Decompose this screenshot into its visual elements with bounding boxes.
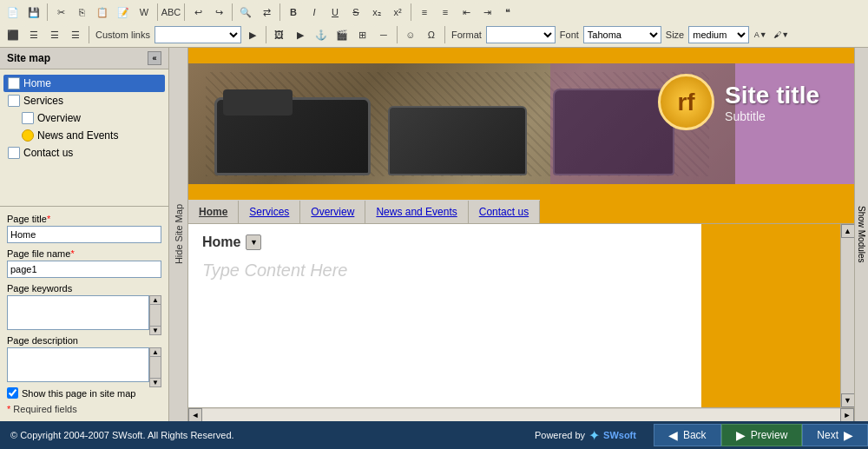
desc-scroll-up[interactable]: ▲ [150, 348, 161, 357]
desc-scroll-down[interactable]: ▼ [150, 378, 161, 386]
description-scrollbar: ▲ ▼ [149, 347, 161, 387]
search-btn[interactable]: 🔍 [236, 3, 255, 22]
back-button[interactable]: ◀ Back [654, 424, 721, 446]
right-scrollbar: ▲ ▼ [840, 224, 854, 407]
paste-btn[interactable]: 📋 [93, 3, 112, 22]
header-gold-top [188, 48, 854, 63]
content-dropdown-btn[interactable]: ▼ [246, 234, 261, 250]
show-modules-label: Show Modules [857, 206, 866, 263]
align-justify-btn[interactable]: ☰ [66, 25, 85, 44]
content-area: rf Site title Subtitle Home Services [188, 48, 854, 421]
sep10 [444, 26, 445, 43]
site-subtitle: Subtitle [725, 109, 819, 123]
table-btn[interactable]: ⊞ [353, 25, 372, 44]
show-sitemap-checkbox[interactable] [7, 387, 18, 399]
tree-item-news[interactable]: News and Events [17, 127, 165, 144]
redo-btn[interactable]: ↪ [209, 3, 228, 22]
align-right-btn[interactable]: ☰ [45, 25, 64, 44]
link-btn[interactable]: ⚓ [312, 25, 331, 44]
nav-item-overview[interactable]: Overview [300, 201, 365, 223]
toolbar: 📄 💾 ✂ ⎘ 📋 📝 W ABC ↩ ↪ 🔍 ⇄ B I U S x₂ x² … [0, 0, 868, 48]
cut-btn[interactable]: ✂ [51, 3, 70, 22]
subscript-btn[interactable]: x₂ [367, 3, 386, 22]
site-map-header: Site map « [0, 48, 168, 69]
show-sitemap-row: Show this page in site map [7, 387, 161, 399]
align-left-btn[interactable]: ⬛ [3, 25, 23, 44]
scroll-right-arrow[interactable]: ► [840, 408, 854, 422]
image-btn[interactable]: 🖼 [270, 25, 289, 44]
page-icon-contact [7, 146, 21, 160]
replace-btn[interactable]: ⇄ [257, 3, 276, 22]
preview-icon: ▶ [736, 428, 746, 442]
back-label: Back [683, 429, 707, 441]
tree-item-overview[interactable]: Overview [17, 109, 165, 127]
emotion-btn[interactable]: ☺ [401, 25, 420, 44]
filename-required-star: * [70, 248, 74, 259]
insert-btn[interactable]: ▶ [243, 25, 262, 44]
nav-item-news[interactable]: News and Events [365, 201, 468, 223]
tree-label-services: Services [23, 95, 63, 107]
align-center-btn[interactable]: ☰ [24, 25, 43, 44]
indent-btn[interactable]: ⇥ [477, 3, 496, 22]
save-btn[interactable]: 💾 [24, 3, 43, 22]
char-btn[interactable]: Ω [422, 25, 441, 44]
keywords-textarea[interactable] [7, 295, 149, 330]
page-icon-overview [21, 111, 35, 125]
hr-btn[interactable]: ─ [374, 25, 393, 44]
preview-button[interactable]: ▶ Preview [721, 424, 803, 446]
nav-item-home[interactable]: Home [188, 201, 239, 223]
new-btn[interactable]: 📄 [3, 3, 23, 22]
keywords-scroll-up[interactable]: ▲ [150, 296, 161, 305]
h-scroll-track[interactable] [202, 409, 840, 421]
format-select[interactable] [486, 26, 556, 43]
next-icon: ▶ [844, 428, 853, 442]
bold-btn[interactable]: B [284, 3, 303, 22]
italic-btn[interactable]: I [305, 3, 324, 22]
page-props: Page title* Page file name* Page keyword… [0, 206, 168, 421]
logo-symbol: rf [677, 89, 694, 116]
page-filename-input[interactable] [7, 261, 161, 278]
paste-word-btn[interactable]: W [135, 3, 154, 22]
size-select[interactable]: medium [688, 26, 749, 43]
media-btn[interactable]: 🎬 [332, 25, 352, 44]
collapse-btn[interactable]: « [148, 51, 161, 65]
bottom-scrollbar: ◄ ► [188, 407, 854, 421]
nav-item-contact[interactable]: Contact us [469, 201, 540, 223]
copy-btn[interactable]: ⎘ [72, 3, 91, 22]
nav-item-services[interactable]: Services [239, 201, 300, 223]
outdent-btn[interactable]: ⇤ [457, 3, 476, 22]
ol-btn[interactable]: ≡ [415, 3, 434, 22]
page-title-input[interactable] [7, 226, 161, 243]
tree-item-home[interactable]: Home [3, 75, 165, 92]
font-select[interactable]: Tahoma [583, 26, 661, 43]
blockquote-btn[interactable]: ❝ [498, 3, 517, 22]
text-color-btn[interactable]: A▼ [751, 25, 770, 44]
sep6 [411, 3, 411, 21]
next-button[interactable]: Next ▶ [802, 424, 868, 446]
underline-btn[interactable]: U [326, 3, 345, 22]
undo-btn[interactable]: ↩ [188, 3, 207, 22]
scroll-down-arrow[interactable]: ▼ [841, 393, 855, 407]
spell-btn[interactable]: ABC [161, 3, 181, 22]
tree-item-contact[interactable]: Contact us [3, 144, 165, 162]
font-label: Font [557, 30, 582, 40]
hide-sitemap-panel[interactable]: Hide Site Map [169, 48, 188, 421]
show-modules-panel[interactable]: Show Modules [854, 48, 868, 421]
strikethrough-btn[interactable]: S [346, 3, 365, 22]
scroll-up-arrow[interactable]: ▲ [841, 224, 855, 238]
nav-yellow-fill [540, 200, 854, 223]
ul-btn[interactable]: ≡ [436, 3, 455, 22]
scroll-left-arrow[interactable]: ◄ [188, 408, 202, 422]
keywords-scroll-down[interactable]: ▼ [150, 326, 161, 334]
custom-links-select[interactable] [155, 26, 241, 43]
description-textarea[interactable] [7, 347, 149, 382]
paste-text-btn[interactable]: 📝 [114, 3, 133, 22]
type-content-placeholder[interactable]: Type Content Here [202, 261, 687, 281]
bg-color-btn[interactable]: 🖌▼ [772, 25, 791, 44]
flash-btn[interactable]: ▶ [291, 25, 310, 44]
sep9 [397, 26, 398, 43]
keywords-scrollbar: ▲ ▼ [149, 295, 161, 335]
superscript-btn[interactable]: x² [388, 3, 407, 22]
tree-item-services[interactable]: Services [3, 92, 165, 109]
custom-links-label: Custom links [93, 30, 153, 40]
